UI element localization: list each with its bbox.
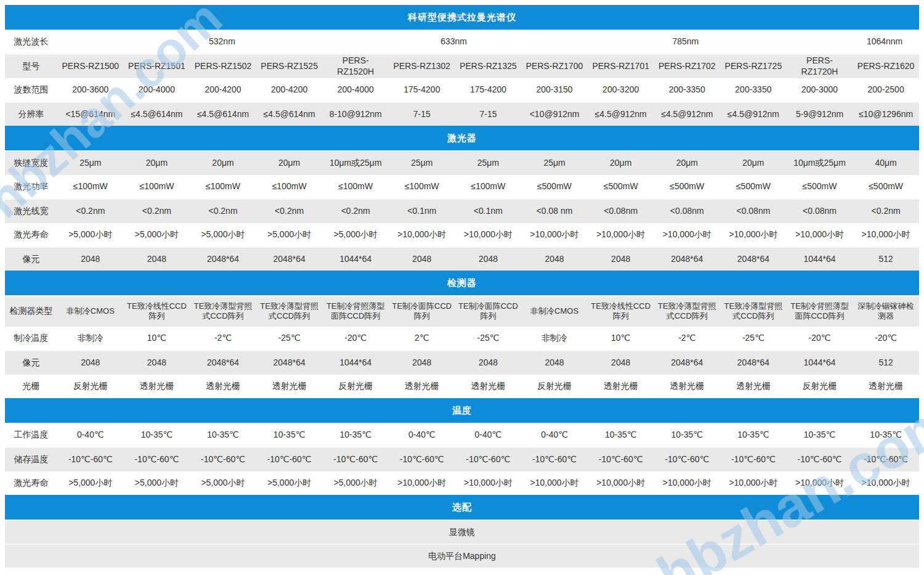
spec-cell: 2048*64 [190, 351, 256, 374]
spec-cell: ≤100mW [57, 175, 124, 198]
wavelength-cell: 633nm [387, 30, 521, 54]
spec-cell: 1044*64 [322, 248, 389, 271]
spec-cell: ≤500mW [521, 175, 588, 198]
spec-cell: >5,000小时 [57, 471, 124, 495]
spec-cell: 2048 [389, 248, 455, 271]
spec-cell: 200-4200 [256, 78, 323, 102]
spec-cell: <15@614nm [57, 103, 124, 126]
spec-cell: 2048 [521, 248, 588, 271]
spec-cell: 2048 [521, 351, 588, 374]
spec-cell: 25μm [521, 152, 588, 174]
spec-cell: 10℃ [588, 327, 654, 350]
spec-cell: 2048 [455, 351, 522, 374]
spec-cell: 非制冷CMOS [57, 296, 124, 326]
spec-cell: >10,000小时 [389, 223, 455, 247]
spec-cell: 1044*64 [787, 248, 853, 271]
model-cell: PERS-RZ1702 [654, 55, 720, 78]
spec-cell: <0.2nm [57, 200, 124, 222]
spec-cell: 10-35℃ [853, 423, 919, 447]
spec-cell: ≤500mW [588, 175, 654, 198]
spec-cell: 透射光栅 [588, 375, 654, 398]
spec-cell: >10,000小时 [389, 471, 455, 495]
spec-cell: 10℃ [124, 327, 190, 350]
spec-cell: 200-3150 [521, 78, 588, 102]
spec-row: 型号PERS-RZ1500PERS-RZ1501PERS-RZ1502PERS-… [5, 54, 919, 78]
spec-cell: -10℃-60℃ [124, 448, 190, 471]
spec-row: 电动平台Mapping [5, 544, 919, 568]
row-label: 激光线宽 [5, 200, 57, 222]
spec-row: 激光寿命>5,000小时>5,000小时>5,000小时>5,000小时>5,0… [5, 471, 919, 495]
spec-cell: 2048 [455, 248, 522, 271]
spec-cell: TE致冷薄型背照式CCD阵列 [190, 296, 256, 326]
spec-cell: 200-3200 [588, 78, 654, 102]
wavelength-cell: 1064nnm [850, 30, 919, 54]
spec-cell: ≤100mW [455, 175, 522, 198]
table-title: 科研型便携式拉曼光谱仪 [5, 5, 919, 30]
spec-cell: -10℃-60℃ [455, 448, 522, 471]
spec-cell: 5-9@912nm [787, 103, 853, 126]
spec-row: 光栅反射光栅透射光栅透射光栅透射光栅反射光栅透射光栅透射光栅反射光栅透射光栅透射… [5, 374, 919, 398]
spec-cell: >10,000小时 [521, 471, 588, 495]
model-cell: PERS-RZ1502 [190, 55, 256, 78]
spec-cell: 25μm [455, 152, 522, 174]
spec-cell: 200-4000 [124, 78, 190, 102]
spec-cell: <0.08nm [720, 200, 787, 222]
spec-cell: -25℃ [256, 327, 323, 350]
spec-row: 分辨率<15@614nm≤4.5@614nm≤4.5@614nm≤4.5@614… [5, 102, 919, 126]
spec-cell: 8-10@912nm [322, 103, 389, 126]
spec-cell: 200-2500 [853, 78, 919, 102]
spec-cell: 2048*64 [654, 248, 720, 271]
spec-cell: 反射光栅 [322, 375, 389, 398]
spec-cell: 透射光栅 [389, 375, 455, 398]
spec-cell: >10,000小时 [787, 471, 853, 495]
spec-row: 激光波长532nm633nm785nm1064nnm [5, 30, 919, 54]
spec-cell: -20℃ [787, 327, 853, 350]
spec-cell: >10,000小时 [654, 223, 720, 247]
row-label: 激光寿命 [5, 471, 57, 495]
spec-cell: 2048*64 [654, 351, 720, 374]
spec-cell: >5,000小时 [190, 223, 256, 247]
spec-cell: <0.2nm [256, 200, 323, 222]
spec-cell: 10μm或25μm [787, 152, 853, 174]
spec-cell: ≤500mW [654, 175, 720, 198]
spec-cell: ≤100mW [256, 175, 323, 198]
spec-cell: TE致冷薄型背照式CCD阵列 [256, 296, 323, 326]
spec-cell: 20μm [654, 152, 720, 174]
spec-cell: 10-35℃ [588, 423, 654, 447]
spec-cell: 2048*64 [256, 351, 323, 374]
spec-cell: <0.2nm [322, 200, 389, 222]
row-label: 工作温度 [5, 423, 57, 447]
spec-cell: 非制冷CMOS [521, 296, 588, 326]
spec-cell: -10℃-60℃ [256, 448, 323, 471]
spec-cell: 透射光栅 [720, 375, 787, 398]
spec-row: 激光功率≤100mW≤100mW≤100mW≤100mW≤100mW≤100mW… [5, 174, 919, 198]
spec-cell: 2048*64 [720, 248, 787, 271]
spec-cell: 非制冷 [521, 327, 588, 350]
spec-cell: <0.2nm [124, 200, 190, 222]
spec-cell: ≤100mW [322, 175, 389, 198]
spec-cell: >5,000小时 [57, 223, 124, 247]
spec-cell: >5,000小时 [322, 471, 389, 495]
spec-cell: ≤4.5@614nm [190, 103, 256, 126]
spec-cell: 1044*64 [322, 351, 389, 374]
model-cell: PERS-RZ1325 [455, 55, 522, 78]
spec-cell: 0-40℃ [521, 423, 588, 447]
spec-cell: -10℃-60℃ [787, 448, 853, 471]
spec-cell: <0.08nm [787, 200, 853, 222]
spec-cell: 深制冷铟镓砷检测器 [853, 296, 919, 326]
spec-cell: 10μm或25μm [322, 152, 389, 174]
model-cell: PERS-RZ1500 [57, 55, 124, 78]
spec-cell: ≤4.5@912nm [654, 103, 720, 126]
spec-cell: 2048 [124, 351, 190, 374]
spec-cell: ≤500mW [853, 175, 919, 198]
spec-row: 像元204820482048*642048*641044*64204820482… [5, 247, 919, 271]
section-header: 检测器 [5, 271, 919, 295]
row-label: 激光波长 [5, 30, 57, 54]
row-label: 像元 [5, 248, 57, 271]
spec-cell: -10℃-60℃ [57, 448, 124, 471]
spec-cell: 40μm [853, 152, 919, 174]
spec-cell: 200-3000 [787, 78, 853, 102]
spec-row: 波数范围200-3600200-4000200-4200200-4200200-… [5, 78, 919, 102]
spec-cell: <0.1nm [455, 200, 522, 222]
spec-cell: >10,000小时 [720, 223, 787, 247]
